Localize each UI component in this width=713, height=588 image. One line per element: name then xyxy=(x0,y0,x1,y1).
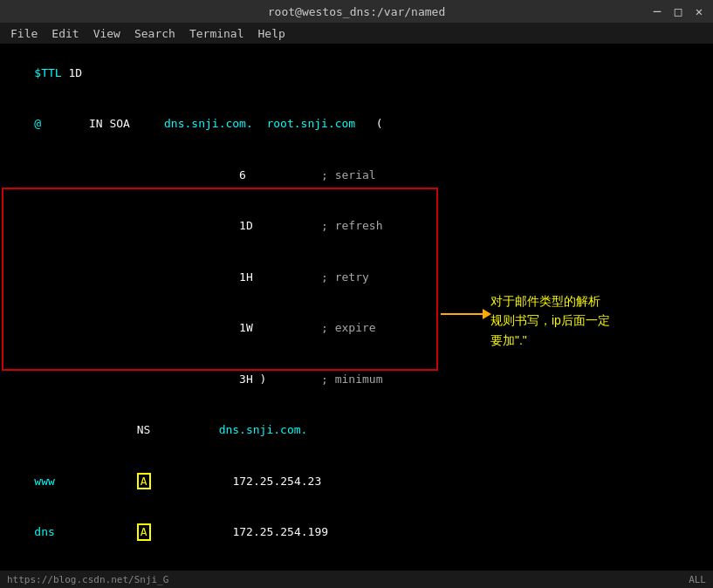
editor[interactable]: $TTL 1D @ IN SOA dns.snji.com. root.snji… xyxy=(0,44,713,588)
bottombar: https://blog.csdn.net/Snji_G ALL xyxy=(0,571,713,588)
annotation-line2: 规则书写，ip后面一定 xyxy=(490,311,610,330)
titlebar-title: root@westos_dns:/var/named xyxy=(268,5,446,18)
titlebar: root@westos_dns:/var/named ─ □ ✕ xyxy=(0,0,713,23)
bottom-url: https://blog.csdn.net/Snji_G xyxy=(7,574,168,585)
annotation-text: 对于邮件类型的解析 规则书写，ip后面一定 要加"." xyxy=(490,291,610,350)
menu-view[interactable]: View xyxy=(86,25,127,42)
menu-terminal[interactable]: Terminal xyxy=(182,25,251,42)
line-ttl: $TTL 1D xyxy=(7,47,706,99)
maximize-button[interactable]: □ xyxy=(671,4,685,18)
bottom-status: ALL xyxy=(689,574,706,585)
line-dns: dns A 172.25.254.199 xyxy=(7,507,706,558)
menu-help[interactable]: Help xyxy=(251,25,292,42)
annotation-line1: 对于邮件类型的解析 xyxy=(490,291,610,311)
window-controls: ─ □ ✕ xyxy=(650,4,706,18)
line-refresh: 1D ; refresh xyxy=(7,201,706,252)
highlight-a-dns: A xyxy=(137,523,151,541)
arrow-line xyxy=(441,313,483,315)
menubar: File Edit View Search Terminal Help xyxy=(0,23,713,44)
menu-file[interactable]: File xyxy=(3,25,45,42)
annotation-line3: 要加"." xyxy=(490,331,610,350)
minimize-button[interactable]: ─ xyxy=(650,4,664,18)
line-ns: NS dns.snji.com. xyxy=(7,405,706,456)
line-minimum: 3H ) ; minimum xyxy=(7,353,706,405)
line-serial: 6 ; serial xyxy=(7,149,706,201)
line-www: www A 172.25.254.23 xyxy=(7,455,706,507)
menu-search[interactable]: Search xyxy=(127,25,182,42)
highlight-a-www: A xyxy=(137,473,151,490)
line-soa: @ IN SOA dns.snji.com. root.snji.com ( xyxy=(7,99,706,150)
annotation-arrow xyxy=(441,309,491,319)
close-button[interactable]: ✕ xyxy=(692,4,706,18)
menu-edit[interactable]: Edit xyxy=(45,25,86,42)
